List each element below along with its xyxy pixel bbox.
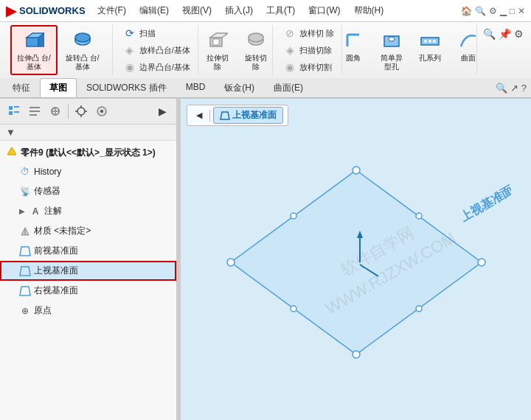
menu-file[interactable]: 文件(F) [91, 3, 132, 18]
tree-item-annotation[interactable]: ▶ A 注解 [0, 201, 176, 221]
curve-label: 曲面 [461, 54, 476, 63]
title-right-icons: 🏠 🔍 ⚙ ▁ □ ✕ [461, 6, 525, 16]
plane-label-text: 上视基准面 [457, 182, 511, 223]
ribbon-tools: 拉伸凸 台/基体 旋转凸 台/基体 ⟳ 扫描 ◈ 放样凸台/基体 [0, 22, 531, 78]
plane-visualization: 上视基准面 [181, 99, 531, 420]
right-plane-icon [19, 285, 31, 297]
svg-marker-33 [7, 147, 16, 155]
revolve-boss-button[interactable]: 旋转凸 台/基体 [59, 25, 106, 75]
boundary-boss-button[interactable]: ◉ 边界凸台/基体 [120, 59, 193, 75]
ribbon-group-cut: 拉伸切除 旋转切除 [201, 25, 273, 75]
tab-solidworks-plugins[interactable]: SOLIDWORKS 插件 [77, 78, 176, 97]
simple-hole-button[interactable]: 简单异型孔 [373, 25, 410, 75]
pin-icon[interactable]: 📌 [499, 28, 511, 40]
boundary-cut-button[interactable]: ◉ 放样切割 [280, 59, 337, 75]
maximize-icon[interactable]: □ [510, 6, 515, 16]
corner-dot-left [227, 259, 235, 266]
close-icon[interactable]: ✕ [518, 6, 525, 16]
tree-item-history[interactable]: ⏱ History [0, 162, 176, 181]
tree-item-material[interactable]: 材质 <未指定> [0, 221, 176, 241]
search-icon[interactable]: 🔍 [475, 6, 486, 16]
part-root-label: 零件9 (默认<<默认>_显示状态 1>) [21, 147, 156, 159]
hole-series-button[interactable]: 孔系列 [412, 25, 448, 75]
tab-features[interactable]: 特征 [3, 78, 40, 97]
menu-help[interactable]: 帮助(H) [348, 3, 390, 18]
tree-root-part[interactable]: 零件9 (默认<<默认>_显示状态 1>) [0, 144, 176, 162]
annotation-arrow: ▶ [19, 207, 25, 215]
revolve-cut-icon [244, 29, 268, 52]
material-icon [19, 225, 31, 237]
sweep-cut-icon: ⊘ [283, 27, 296, 40]
view-toolbar: ◀ 上视基准面 [187, 105, 288, 126]
search-icon-tab[interactable]: 🔍 [496, 83, 507, 94]
sweep-cut-button[interactable]: ⊘ 放样切 除 [280, 25, 337, 41]
help-icon-tab[interactable]: ? [521, 83, 527, 94]
tree-item-sensors[interactable]: 📡 传感器 [0, 181, 176, 201]
front-plane-label: 前视基准面 [34, 245, 78, 257]
tab-sketch[interactable]: 草图 [40, 78, 77, 97]
extrude-boss-icon [22, 29, 46, 52]
top-plane-icon [19, 265, 31, 277]
search-icon-ribbon[interactable]: 🔍 [483, 28, 496, 40]
svg-marker-7 [210, 33, 228, 38]
svg-rect-21 [30, 111, 40, 112]
annotation-label: 注解 [44, 205, 62, 217]
menu-edit[interactable]: 编辑(E) [133, 3, 175, 18]
menu-view[interactable]: 视图(V) [176, 3, 218, 18]
extrude-cut-button[interactable]: 拉伸切除 [199, 25, 236, 75]
loft-cut-button[interactable]: ◈ 扫描切除 [280, 42, 337, 58]
feature-manager-tree: 零件9 (默认<<默认>_显示状态 1>) ⏱ History 📡 传感器 ▶ … [0, 141, 176, 420]
minimize-icon[interactable]: ▁ [500, 6, 507, 16]
fillet-icon [341, 29, 365, 52]
tree-item-right-plane[interactable]: 右视基准面 [0, 281, 176, 301]
home-icon[interactable]: 🏠 [461, 6, 472, 16]
sensors-icon: 📡 [19, 186, 31, 197]
tree-item-top-plane[interactable]: 上视基准面 [0, 261, 176, 281]
feature-manager-btn[interactable] [4, 102, 24, 121]
boundary-cut-icon: ◉ [283, 60, 296, 74]
expand-panel-btn[interactable]: ▶ [153, 102, 172, 121]
extrude-boss-button[interactable]: 拉伸凸 台/基体 [10, 25, 58, 75]
view-plane-label: 上视基准面 [232, 109, 277, 122]
menu-window[interactable]: 窗口(W) [302, 3, 346, 18]
filter-icon: ▼ [6, 127, 15, 138]
edge-dot-top-left [291, 213, 296, 219]
back-button[interactable]: ◀ [192, 109, 206, 122]
svg-rect-19 [14, 111, 19, 113]
view-name-badge: 上视基准面 [213, 107, 283, 124]
hole-series-label: 孔系列 [419, 54, 441, 63]
toolbar-separator-1 [68, 104, 69, 119]
plane-svg: 上视基准面 [201, 148, 511, 377]
tree-item-origin[interactable]: ⊕ 原点 [0, 301, 176, 321]
revolve-cut-button[interactable]: 旋转切除 [237, 25, 274, 75]
part-icon [6, 146, 18, 160]
tree-item-front-plane[interactable]: 前视基准面 [0, 241, 176, 261]
title-bar: ▶ SOLIDWORKS 文件(F) 编辑(E) 视图(V) 插入(J) 工具(… [0, 0, 531, 22]
tab-surface[interactable]: 曲面(E) [264, 78, 313, 97]
solidworks-logo-icon: ▶ [6, 3, 16, 19]
menu-tools[interactable]: 工具(T) [260, 3, 301, 18]
curve-icon [457, 29, 480, 52]
loft-boss-icon: ◈ [123, 43, 136, 57]
svg-marker-38 [221, 112, 229, 119]
loft-boss-button[interactable]: ◈ 放样凸台/基体 [120, 42, 193, 58]
svg-rect-18 [9, 111, 13, 115]
revolve-boss-label: 旋转凸 台/基体 [65, 54, 100, 71]
3d-view-area[interactable]: ◀ 上视基准面 软件自学网 WWW.RJZXW.COM [181, 99, 531, 420]
corner-dot-right [478, 259, 485, 266]
sweep-button[interactable]: ⟳ 扫描 [120, 25, 193, 41]
config-manager-btn[interactable] [46, 102, 65, 121]
menu-insert[interactable]: 插入(J) [219, 3, 259, 18]
property-manager-btn[interactable] [25, 102, 44, 121]
circle-btn[interactable] [92, 102, 111, 121]
tab-mbd[interactable]: MBD [176, 78, 215, 97]
fillet-button[interactable]: 圆角 [335, 25, 372, 75]
settings-icon[interactable]: ⚙ [489, 6, 497, 16]
settings-icon-ribbon[interactable]: ⚙ [514, 28, 524, 40]
crosshair-btn[interactable] [72, 102, 91, 121]
left-toolbar: ▶ [0, 99, 176, 125]
ribbon-small-group-2: ⊘ 放样切 除 ◈ 扫描切除 ◉ 放样切割 [276, 25, 342, 75]
expand-icon-tab[interactable]: ↗ [510, 83, 518, 94]
tab-sheet-metal[interactable]: 钣金(H) [215, 78, 264, 97]
origin-icon: ⊕ [19, 305, 31, 317]
